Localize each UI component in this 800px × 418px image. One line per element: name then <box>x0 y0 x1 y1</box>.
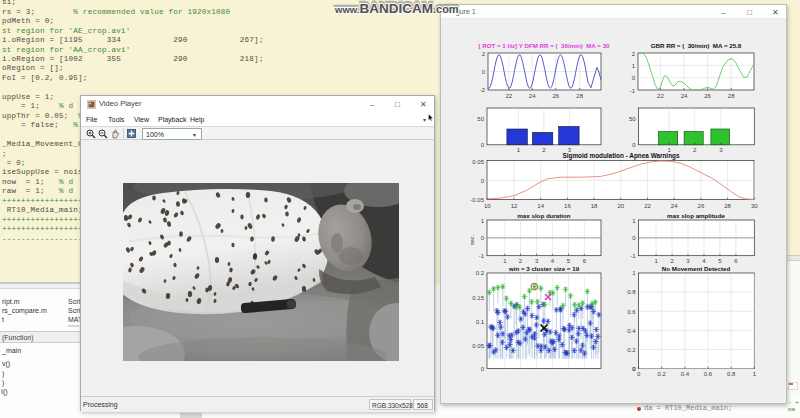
svg-text:22: 22 <box>505 93 512 99</box>
svg-text:24: 24 <box>681 93 688 99</box>
svg-text:12: 12 <box>511 203 518 209</box>
svg-text:0.8: 0.8 <box>627 289 636 295</box>
svg-text:-1: -1 <box>479 253 485 259</box>
svg-text:1: 1 <box>753 371 757 377</box>
svg-text:28: 28 <box>724 203 731 209</box>
svg-text:50: 50 <box>629 116 636 122</box>
svg-text:[ ROT = 1 Hz] Y DFM RR = ( 36: [ ROT = 1 Hz] Y DFM RR = ( 36/min) MA = … <box>478 42 610 49</box>
svg-text:-1: -1 <box>630 253 636 259</box>
svg-text:3: 3 <box>686 258 690 264</box>
svg-text:4: 4 <box>551 258 555 264</box>
svg-text:30: 30 <box>751 203 758 209</box>
svg-text:1: 1 <box>481 218 485 224</box>
svg-text:1: 1 <box>503 258 507 264</box>
svg-text:2: 2 <box>482 51 486 57</box>
svg-text:0.15: 0.15 <box>472 295 484 301</box>
svg-text:GBR RR = ( 30/min) MA = 25.8: GBR RR = ( 30/min) MA = 25.8 <box>651 42 742 49</box>
svg-text:0: 0 <box>632 142 636 148</box>
svg-text:50: 50 <box>477 116 484 122</box>
svg-text:max slop amplitude: max slop amplitude <box>667 212 725 219</box>
svg-text:0: 0 <box>481 178 485 184</box>
svg-text:26: 26 <box>704 93 711 99</box>
svg-text:win = 3 cluster size = 19: win = 3 cluster size = 19 <box>508 265 580 272</box>
svg-text:1: 1 <box>654 258 658 264</box>
svg-text:2: 2 <box>632 51 636 57</box>
svg-text:0.8: 0.8 <box>727 371 736 377</box>
svg-text:-1: -1 <box>630 88 636 94</box>
svg-text:28: 28 <box>728 93 735 99</box>
svg-text:1: 1 <box>632 270 636 276</box>
svg-text:0: 0 <box>637 371 641 377</box>
svg-text:24: 24 <box>529 93 536 99</box>
svg-text:6: 6 <box>583 258 587 264</box>
svg-text:0: 0 <box>482 69 486 75</box>
svg-text:3: 3 <box>719 147 723 153</box>
svg-text:0: 0 <box>481 366 485 372</box>
svg-text:No Movement Detected: No Movement Detected <box>662 265 731 272</box>
svg-text:0.2: 0.2 <box>658 371 667 377</box>
svg-text:0: 0 <box>632 235 636 241</box>
svg-text:28: 28 <box>576 93 583 99</box>
svg-text:1: 1 <box>632 63 636 69</box>
svg-text:24: 24 <box>671 203 678 209</box>
svg-text:Sigmoid modulation - Apnea War: Sigmoid modulation - Apnea Warnings <box>562 152 679 160</box>
svg-text:max slop duration: max slop duration <box>517 212 571 219</box>
svg-text:0.1: 0.1 <box>476 319 485 325</box>
svg-text:0.6: 0.6 <box>704 371 713 377</box>
svg-text:2: 2 <box>519 258 523 264</box>
svg-text:5: 5 <box>718 258 722 264</box>
svg-text:2: 2 <box>670 258 674 264</box>
svg-text:4: 4 <box>702 258 706 264</box>
svg-text:26: 26 <box>698 203 705 209</box>
svg-text:18: 18 <box>591 203 598 209</box>
svg-text:14: 14 <box>537 203 544 209</box>
svg-text:0: 0 <box>481 142 485 148</box>
svg-text:0.05: 0.05 <box>472 159 484 165</box>
svg-text:1: 1 <box>517 147 521 153</box>
svg-text:0: 0 <box>632 366 636 372</box>
svg-text:www.BANDICAM.com: www.BANDICAM.com <box>334 1 459 16</box>
svg-text:20: 20 <box>617 203 624 209</box>
svg-text:0.4: 0.4 <box>627 328 636 334</box>
svg-text:-2: -2 <box>480 87 486 93</box>
svg-text:22: 22 <box>657 93 664 99</box>
svg-text:2: 2 <box>542 147 546 153</box>
svg-text:3: 3 <box>535 258 539 264</box>
svg-text:0: 0 <box>632 75 636 81</box>
svg-text:10: 10 <box>484 203 491 209</box>
svg-text:sec.: sec. <box>469 234 475 245</box>
svg-text:0.05: 0.05 <box>472 343 484 349</box>
svg-text:0: 0 <box>481 235 485 241</box>
svg-text:6: 6 <box>734 258 738 264</box>
svg-text:26: 26 <box>552 93 559 99</box>
svg-text:5: 5 <box>567 258 571 264</box>
svg-text:16: 16 <box>564 203 571 209</box>
svg-text:0.6: 0.6 <box>627 309 636 315</box>
svg-text:1: 1 <box>632 218 636 224</box>
svg-text:-0.05: -0.05 <box>470 197 484 203</box>
svg-text:0.2: 0.2 <box>476 270 485 276</box>
svg-text:0.2: 0.2 <box>627 347 636 353</box>
svg-text:22: 22 <box>644 203 651 209</box>
svg-text:2: 2 <box>693 147 697 153</box>
svg-text:0.4: 0.4 <box>681 371 690 377</box>
